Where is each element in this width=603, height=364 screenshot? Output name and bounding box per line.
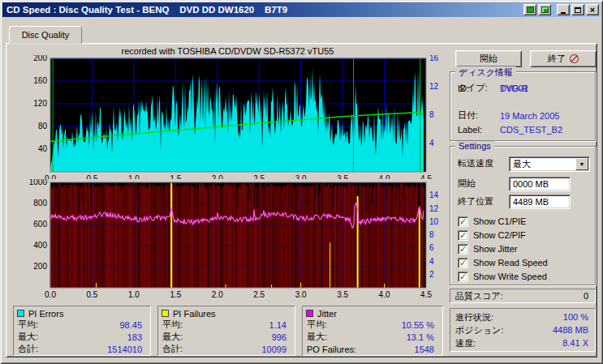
progress-row: 進行状況:100 % bbox=[450, 310, 595, 323]
green-square-icon-2 bbox=[541, 6, 549, 13]
pi-errors-stats-panel: PI Errors 平均:98.45 最大:183 合計:1514010 bbox=[13, 306, 151, 356]
status-panel: 進行状況:100 % ポジション:4488 MB 速度:8.41 X bbox=[450, 308, 596, 352]
svg-text:600: 600 bbox=[33, 220, 47, 229]
svg-text:12: 12 bbox=[429, 204, 439, 213]
checkbox-box[interactable]: ✓ bbox=[458, 230, 468, 241]
quality-score-panel: 品質スコア: 0 bbox=[450, 289, 596, 303]
titlebar[interactable]: CD Speed : Disc Quality Test - BENQ DVD … bbox=[2, 2, 601, 17]
transfer-speed-label: 転送速度 bbox=[458, 157, 500, 169]
checkbox-show-write-speed[interactable]: ✓ Show Write Speed bbox=[450, 270, 595, 283]
checkbox-box[interactable]: ✓ bbox=[458, 244, 468, 255]
pi-errors-avg-row: 平均:98.45 bbox=[14, 319, 150, 331]
start-button[interactable]: 開始 bbox=[455, 50, 522, 67]
speed-row: 速度:8.41 X bbox=[450, 336, 595, 349]
svg-text:1.5: 1.5 bbox=[170, 290, 181, 299]
check-icon: ✓ bbox=[459, 245, 467, 253]
svg-text:0.5: 0.5 bbox=[86, 290, 97, 299]
svg-text:0.0: 0.0 bbox=[45, 290, 56, 299]
disc-info-group: ディスク情報 タイプ:DVD-R ID:TYG01 日付:19 March 20… bbox=[450, 71, 596, 141]
close-icon: × bbox=[590, 6, 595, 14]
position-row: ポジション:4488 MB bbox=[450, 323, 595, 336]
check-icon: ✓ bbox=[459, 231, 467, 239]
settings-group: Settings 転送速度 最大 ▼ 開始 0000 MB 終了位置 4489 … bbox=[450, 146, 596, 285]
disc-label-row: Label:CDS_TEST_B2 bbox=[450, 122, 595, 136]
svg-text:3.5: 3.5 bbox=[337, 290, 348, 299]
pi-errors-speed-chart: 20016012080401612840.00.51.01.52.02.53.0… bbox=[13, 55, 442, 179]
pi-failures-swatch bbox=[162, 310, 169, 317]
svg-text:10: 10 bbox=[429, 217, 439, 226]
pi-failures-max-row: 最大:996 bbox=[158, 331, 295, 343]
svg-text:4.5: 4.5 bbox=[420, 290, 432, 299]
jitter-stats-title: Jitter bbox=[317, 309, 337, 319]
svg-text:800: 800 bbox=[33, 199, 47, 208]
svg-text:160: 160 bbox=[33, 76, 47, 85]
checkbox-show-c1-pie[interactable]: ✓ Show C1/PIE bbox=[450, 215, 595, 228]
titlebar-green-grid-icon-1[interactable] bbox=[523, 4, 536, 15]
check-icon: ✓ bbox=[459, 259, 467, 267]
jitter-avg-row: 平均:10.55 % bbox=[303, 319, 442, 331]
svg-text:6: 6 bbox=[429, 243, 434, 252]
svg-text:1.0: 1.0 bbox=[128, 290, 140, 299]
start-position-input[interactable]: 0000 MB bbox=[509, 177, 571, 191]
green-square-icon bbox=[527, 6, 534, 13]
maximize-button[interactable] bbox=[571, 4, 584, 15]
exit-circle-x-icon bbox=[570, 54, 579, 63]
jitter-max-row: 最大:13.1 % bbox=[303, 331, 442, 343]
pi-errors-total-row: 合計:1514010 bbox=[14, 343, 150, 355]
end-position-row: 終了位置 4489 MB bbox=[450, 195, 595, 208]
svg-text:12: 12 bbox=[429, 82, 439, 91]
checkbox-box[interactable]: ✓ bbox=[458, 216, 468, 227]
svg-text:120: 120 bbox=[33, 99, 47, 108]
pi-failures-stats-panel: PI Failures 平均:1.14 最大:996 合計:10099 bbox=[157, 306, 295, 356]
svg-text:80: 80 bbox=[38, 122, 48, 131]
svg-text:2: 2 bbox=[429, 270, 434, 279]
window-title: CD Speed : Disc Quality Test - BENQ DVD … bbox=[6, 5, 287, 15]
check-icon: ✓ bbox=[459, 217, 467, 225]
transfer-speed-select[interactable]: 最大 ▼ bbox=[509, 156, 590, 172]
disc-id-row: ID:TYG01 bbox=[450, 81, 595, 95]
disc-date-row: 日付:19 March 2005 bbox=[450, 109, 595, 122]
check-icon: ✓ bbox=[459, 272, 467, 280]
pi-failures-total-row: 合計:10099 bbox=[158, 343, 295, 355]
close-button[interactable]: × bbox=[586, 4, 599, 15]
svg-text:2.5: 2.5 bbox=[253, 290, 265, 299]
checkbox-box[interactable]: ✓ bbox=[458, 272, 468, 282]
disc-quality-tab-page: recorded with TOSHIBA CD/DVDW SD-R5372 v… bbox=[6, 43, 597, 358]
svg-text:200: 200 bbox=[33, 262, 47, 271]
po-failures-row: PO Failures:1548 bbox=[303, 343, 442, 355]
end-position-label: 終了位置 bbox=[458, 195, 500, 208]
pi-failures-avg-row: 平均:1.14 bbox=[158, 319, 295, 331]
svg-text:14: 14 bbox=[429, 191, 439, 199]
quality-score-value: 0 bbox=[584, 291, 588, 301]
transfer-speed-row: 転送速度 最大 ▼ bbox=[450, 156, 595, 170]
end-position-input[interactable]: 4489 MB bbox=[509, 195, 571, 209]
svg-text:2.0: 2.0 bbox=[212, 290, 223, 299]
checkbox-box[interactable]: ✓ bbox=[458, 258, 468, 268]
checkbox-show-read-speed[interactable]: ✓ Show Read Speed bbox=[450, 256, 595, 269]
minimize-icon bbox=[561, 12, 566, 14]
titlebar-green-grid-icon-2[interactable] bbox=[538, 4, 551, 15]
checkbox-show-c2-pif[interactable]: ✓ Show C2/PIF bbox=[450, 229, 595, 242]
chevron-down-icon[interactable]: ▼ bbox=[575, 158, 588, 170]
settings-group-title: Settings bbox=[455, 141, 494, 151]
pi-failures-jitter-chart: 100080060040020014121086420.00.51.01.52.… bbox=[13, 179, 442, 306]
checkbox-show-jitter[interactable]: ✓ Show Jitter bbox=[450, 242, 595, 255]
app-window: CD Speed : Disc Quality Test - BENQ DVD … bbox=[0, 0, 603, 364]
svg-text:16: 16 bbox=[429, 55, 439, 62]
tab-disc-quality[interactable]: Disc Quality bbox=[9, 26, 82, 44]
pi-errors-stats-title: PI Errors bbox=[28, 309, 63, 319]
exit-button[interactable]: 終了 bbox=[530, 50, 597, 67]
svg-text:200: 200 bbox=[33, 55, 47, 62]
minimize-button[interactable] bbox=[557, 4, 570, 15]
exit-button-label: 終了 bbox=[548, 53, 566, 65]
start-position-row: 開始 0000 MB bbox=[450, 177, 595, 191]
svg-text:8: 8 bbox=[429, 110, 434, 119]
transfer-speed-value: 最大 bbox=[510, 158, 575, 170]
svg-text:8: 8 bbox=[429, 230, 434, 239]
jitter-swatch bbox=[306, 310, 313, 317]
svg-text:4.0: 4.0 bbox=[379, 290, 390, 299]
pi-errors-max-row: 最大:183 bbox=[14, 331, 150, 343]
maximize-icon bbox=[575, 7, 581, 13]
svg-text:4: 4 bbox=[429, 139, 434, 148]
quality-score-label: 品質スコア: bbox=[455, 290, 503, 302]
